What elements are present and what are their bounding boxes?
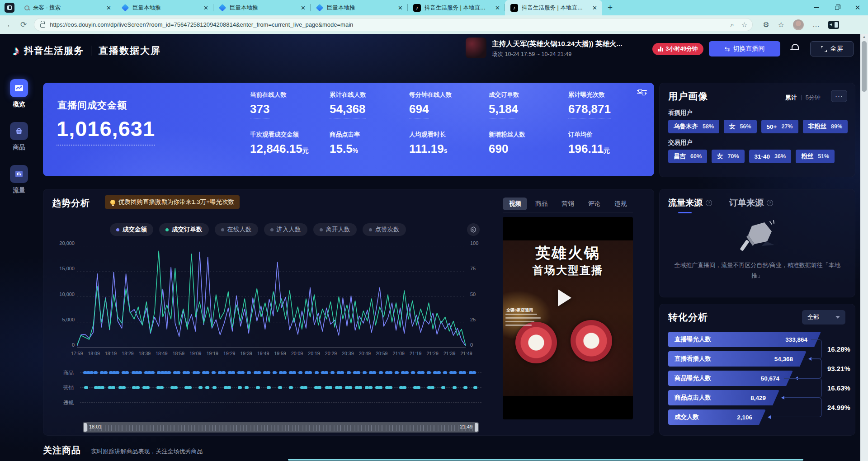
- event-dot[interactable]: [205, 386, 209, 389]
- video-tab-商品[interactable]: 商品: [529, 198, 553, 210]
- close-window-button[interactable]: ✕: [847, 0, 868, 15]
- notification-bell-icon[interactable]: [790, 43, 799, 52]
- event-dot[interactable]: [100, 386, 104, 389]
- sidebar-item-商品[interactable]: 商品: [6, 122, 32, 151]
- extensions-icon[interactable]: ⚙: [763, 20, 769, 29]
- profile-pill-女[interactable]: 女70%: [712, 150, 745, 163]
- back-icon[interactable]: ←: [6, 20, 14, 29]
- legend-pill-在线人数[interactable]: 在线人数: [215, 223, 258, 236]
- event-dot[interactable]: [298, 371, 302, 374]
- event-dot[interactable]: [330, 371, 335, 374]
- switch-room-button[interactable]: ⇆ 切换直播间: [709, 41, 780, 56]
- favorite-star-icon[interactable]: ☆: [741, 21, 747, 29]
- traffic-tab-流量来源[interactable]: 流量来源?: [668, 197, 712, 209]
- info-icon[interactable]: ?: [767, 200, 773, 206]
- event-dot[interactable]: [378, 386, 382, 389]
- event-dot[interactable]: [303, 386, 307, 389]
- event-dot[interactable]: [138, 371, 142, 374]
- event-dot[interactable]: [463, 386, 467, 389]
- legend-pill-成交金额[interactable]: 成交金额: [110, 223, 153, 236]
- event-dot[interactable]: [340, 371, 344, 374]
- play-icon[interactable]: [558, 289, 571, 306]
- event-dot[interactable]: [212, 386, 217, 389]
- restore-button[interactable]: [826, 0, 847, 15]
- event-dot[interactable]: [84, 386, 88, 389]
- event-dot[interactable]: [122, 386, 126, 389]
- event-dot[interactable]: [267, 386, 271, 389]
- sidebar-toggle-icon[interactable]: [828, 21, 839, 29]
- event-dot[interactable]: [176, 371, 180, 374]
- browser-tab[interactable]: 巨量本地推✕: [213, 0, 311, 15]
- new-tab-button[interactable]: +: [608, 3, 613, 13]
- tab-close-icon[interactable]: ✕: [591, 5, 599, 11]
- event-dot[interactable]: [437, 371, 441, 374]
- event-dot[interactable]: [160, 386, 164, 389]
- event-dot[interactable]: [198, 386, 203, 389]
- browser-tab[interactable]: 巨量本地推✕: [311, 0, 408, 15]
- video-tab-评论[interactable]: 评论: [582, 198, 606, 210]
- event-dot[interactable]: [358, 386, 362, 389]
- info-icon[interactable]: ?: [706, 200, 712, 206]
- event-dot[interactable]: [227, 386, 231, 389]
- scrollbar-thumb[interactable]: [862, 41, 867, 92]
- event-dot[interactable]: [212, 371, 216, 374]
- legend-pill-离开人数[interactable]: 离开人数: [313, 223, 357, 236]
- event-dot[interactable]: [205, 371, 209, 374]
- tab-workspaces-icon[interactable]: [5, 3, 14, 13]
- sidebar-item-流量[interactable]: 流量: [6, 165, 32, 194]
- event-dot[interactable]: [347, 371, 351, 374]
- collections-icon[interactable]: ☆: [778, 20, 784, 29]
- url-text[interactable]: https://eos.douyin.com/dp/liveScreen?roo…: [50, 21, 726, 28]
- event-dot[interactable]: [238, 386, 242, 389]
- event-dot[interactable]: [317, 386, 321, 389]
- browser-tab[interactable]: 巨量本地推✕: [116, 0, 213, 15]
- event-dot[interactable]: [356, 371, 360, 374]
- event-dot[interactable]: [90, 371, 94, 374]
- refresh-icon[interactable]: ⟳: [20, 20, 27, 29]
- event-dot[interactable]: [125, 371, 129, 374]
- browser-tab[interactable]: ♪抖音生活服务 | 本地直播专…✕: [408, 0, 505, 15]
- tab-close-icon[interactable]: ✕: [494, 5, 501, 11]
- legend-pill-点赞次数[interactable]: 点赞次数: [363, 223, 406, 236]
- url-bar[interactable]: https://eos.douyin.com/dp/liveScreen?roo…: [34, 18, 753, 31]
- event-dot[interactable]: [348, 386, 352, 389]
- tab-close-icon[interactable]: ✕: [105, 5, 113, 11]
- profile-pill-女[interactable]: 女56%: [724, 120, 757, 133]
- video-tab-违规[interactable]: 违规: [609, 198, 633, 210]
- video-tab-营销[interactable]: 营销: [556, 198, 580, 210]
- settings-menu-icon[interactable]: …: [812, 21, 820, 29]
- event-dot[interactable]: [222, 371, 226, 374]
- fullscreen-button[interactable]: 全屏: [810, 41, 854, 56]
- brush-handle-left[interactable]: [84, 423, 87, 432]
- traffic-tab-订单来源[interactable]: 订单来源?: [729, 197, 773, 209]
- event-dot[interactable]: [278, 386, 282, 389]
- legend-pill-进入人数[interactable]: 进入人数: [264, 223, 307, 236]
- event-dot[interactable]: [462, 371, 466, 374]
- mode-option-5分钟[interactable]: 5分钟: [802, 94, 825, 102]
- profile-pill-昌吉[interactable]: 昌吉60%: [668, 150, 707, 163]
- zoom-out-icon[interactable]: ⌕: [730, 21, 734, 29]
- event-dot[interactable]: [473, 386, 477, 389]
- event-dot[interactable]: [231, 371, 235, 374]
- event-dot[interactable]: [245, 386, 249, 389]
- event-dot[interactable]: [368, 386, 373, 389]
- brush-handle-right[interactable]: [475, 423, 478, 432]
- event-dot[interactable]: [411, 371, 415, 374]
- event-dot[interactable]: [136, 386, 140, 389]
- browser-tab[interactable]: ♪抖音生活服务 | 本地直播专…✕: [505, 0, 602, 15]
- event-dot[interactable]: [363, 371, 367, 374]
- profile-pill-非粉丝[interactable]: 非粉丝89%: [803, 120, 848, 133]
- event-dot[interactable]: [453, 371, 457, 374]
- event-dot[interactable]: [443, 371, 447, 374]
- event-dot[interactable]: [328, 386, 332, 389]
- event-dot[interactable]: [430, 386, 434, 389]
- event-dot[interactable]: [308, 371, 312, 374]
- event-dot[interactable]: [388, 386, 392, 389]
- chart-settings-gear-icon[interactable]: [467, 223, 480, 236]
- legend-pill-成交订单数[interactable]: 成交订单数: [159, 223, 209, 236]
- video-tab-视频[interactable]: 视频: [503, 198, 527, 210]
- metrics-settings-icon[interactable]: [637, 88, 647, 96]
- profile-pill-50+[interactable]: 50+27%: [761, 120, 798, 133]
- event-dot[interactable]: [256, 386, 260, 389]
- profile-more-button[interactable]: ···: [831, 90, 847, 102]
